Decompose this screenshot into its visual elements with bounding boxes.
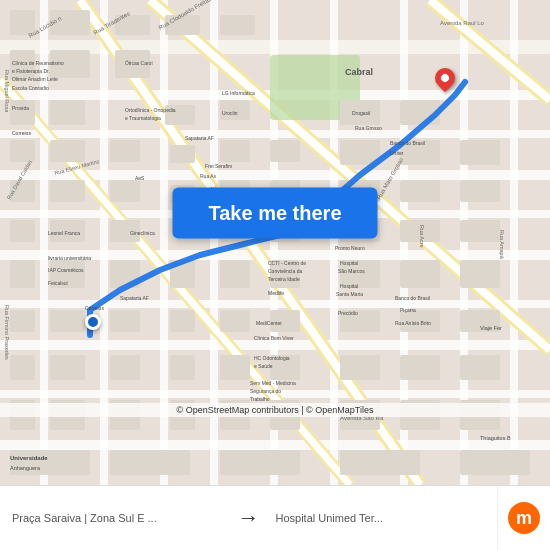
svg-rect-51 [460, 140, 500, 165]
svg-text:Precódio: Precódio [338, 310, 358, 316]
svg-rect-90 [170, 355, 195, 380]
svg-text:Frei Serafim: Frei Serafim [205, 163, 232, 169]
svg-rect-40 [50, 100, 85, 125]
svg-rect-88 [50, 355, 85, 380]
svg-text:Terceira Idade: Terceira Idade [268, 276, 300, 282]
svg-text:São Marcos: São Marcos [338, 268, 365, 274]
svg-rect-54 [110, 180, 140, 202]
svg-text:Thiaguitos B: Thiaguitos B [480, 435, 511, 441]
svg-text:Cabral: Cabral [345, 67, 373, 77]
svg-text:Feicalsul: Feicalsul [48, 280, 68, 286]
svg-text:Leonel Franca: Leonel Franca [48, 230, 80, 236]
svg-text:Rua As: Rua As [200, 173, 217, 179]
svg-text:LG Informática: LG Informática [222, 90, 255, 96]
origin-label: Praça Saraiva | Zona Sul E ... [12, 512, 222, 524]
svg-text:Santa Maria: Santa Maria [336, 291, 363, 297]
svg-rect-108 [340, 450, 420, 475]
origin-marker [85, 314, 101, 330]
svg-text:Hospital: Hospital [340, 283, 358, 289]
destination-label: Hospital Unimed Ter... [276, 512, 486, 524]
svg-rect-87 [10, 355, 35, 380]
svg-text:Correios: Correios [12, 130, 31, 136]
svg-text:Drogasil: Drogasil [352, 110, 370, 116]
svg-rect-105 [10, 450, 90, 475]
svg-text:Pronto Neuro: Pronto Neuro [335, 245, 365, 251]
svg-text:Segurança do: Segurança do [250, 388, 281, 394]
svg-rect-39 [10, 100, 35, 125]
svg-rect-91 [220, 355, 250, 380]
svg-text:Universidade: Universidade [10, 455, 48, 461]
svg-rect-46 [270, 140, 300, 162]
svg-text:Banco do Brasil: Banco do Brasil [390, 140, 425, 146]
svg-rect-107 [220, 450, 300, 475]
app-container: Rua Lúcidio n Rua Tiradentes Rua Clodoal… [0, 0, 550, 550]
svg-text:Escola Conradio: Escola Conradio [12, 85, 49, 91]
svg-text:Rua Amapá: Rua Amapá [499, 230, 505, 260]
svg-text:Convivência da: Convivência da [268, 268, 302, 274]
svg-text:e Saúde: e Saúde [254, 363, 273, 369]
svg-rect-77 [460, 260, 500, 288]
bottom-bar: Praça Saraiva | Zona Sul E ... → Hospita… [0, 485, 550, 550]
svg-text:Anhanguera: Anhanguera [10, 465, 41, 471]
svg-text:IAP Cosméticos: IAP Cosméticos [48, 267, 84, 273]
svg-rect-68 [460, 220, 500, 242]
svg-rect-60 [460, 180, 500, 202]
svg-text:Uroclin: Uroclin [222, 110, 238, 116]
svg-rect-109 [460, 450, 530, 475]
svg-text:Sapataria AF: Sapataria AF [185, 135, 214, 141]
svg-text:MediCenter: MediCenter [256, 320, 282, 326]
svg-rect-81 [170, 310, 195, 332]
svg-rect-79 [50, 310, 85, 332]
svg-text:Clínica Bem Viver: Clínica Bem Viver [254, 335, 294, 341]
svg-text:Correios: Correios [85, 305, 104, 311]
svg-rect-61 [10, 220, 35, 242]
svg-text:Rua Acre: Rua Acre [419, 225, 425, 248]
svg-text:Clínica de Reumatismo: Clínica de Reumatismo [12, 60, 64, 66]
origin-location: Praça Saraiva | Zona Sul E ... [0, 512, 234, 524]
svg-text:Piçarra: Piçarra [400, 307, 416, 313]
svg-text:CCTI - Centro de: CCTI - Centro de [268, 260, 306, 266]
svg-rect-41 [10, 140, 35, 162]
svg-rect-45 [220, 140, 250, 162]
route-arrow: → [234, 505, 264, 531]
svg-rect-69 [10, 260, 35, 288]
svg-text:Provida: Provida [12, 105, 29, 111]
svg-rect-80 [110, 310, 140, 332]
destination-location: Hospital Unimed Ter... [264, 512, 498, 524]
svg-rect-42 [50, 140, 85, 162]
svg-text:AeS: AeS [135, 175, 145, 181]
take-me-there-button[interactable]: Take me there [172, 187, 377, 238]
svg-rect-76 [400, 260, 440, 288]
svg-text:Rua Grosso: Rua Grosso [355, 125, 382, 131]
svg-text:Rua Miguel Rosa: Rua Miguel Rosa [4, 70, 10, 113]
svg-text:Olimar Anaclim Leite: Olimar Anaclim Leite [12, 76, 58, 82]
svg-rect-73 [220, 260, 250, 288]
svg-text:Hospital: Hospital [340, 260, 358, 266]
svg-text:Sapataria AF: Sapataria AF [120, 295, 149, 301]
svg-text:Rua Anísio Brito: Rua Anísio Brito [395, 320, 431, 326]
moovit-logo: m [497, 486, 550, 550]
svg-text:Óticas Carol: Óticas Carol [125, 60, 153, 66]
svg-text:Medlife: Medlife [268, 290, 284, 296]
svg-text:Serv Med - Medicina: Serv Med - Medicina [250, 380, 296, 386]
svg-text:Ortodlínica - Ortopedia: Ortodlínica - Ortopedia [125, 107, 176, 113]
svg-text:Gineclínica: Gineclínica [130, 230, 155, 236]
svg-text:Trabalho: Trabalho [250, 396, 270, 402]
svg-rect-33 [220, 15, 255, 35]
svg-rect-53 [50, 180, 85, 202]
svg-text:HC Odontologia: HC Odontologia [254, 355, 290, 361]
svg-text:e Traumatologia: e Traumatologia [125, 115, 161, 121]
svg-rect-94 [400, 355, 440, 380]
svg-text:Rua Firmino Praxedes: Rua Firmino Praxedes [4, 305, 10, 360]
svg-rect-44 [170, 145, 195, 163]
map-area: Rua Lúcidio n Rua Tiradentes Rua Clodoal… [0, 0, 550, 485]
map-attribution: © OpenStreetMap contributors | © OpenMap… [0, 403, 550, 417]
moovit-icon: m [508, 502, 540, 534]
svg-text:Avenida Raul Lo: Avenida Raul Lo [440, 20, 485, 26]
svg-text:Uniter: Uniter [390, 150, 404, 156]
svg-rect-82 [220, 310, 250, 332]
svg-rect-93 [340, 355, 380, 380]
svg-rect-78 [10, 310, 35, 332]
svg-text:e Fisioterapia Dr.: e Fisioterapia Dr. [12, 68, 50, 74]
svg-text:Viaje Fer: Viaje Fer [480, 325, 502, 331]
